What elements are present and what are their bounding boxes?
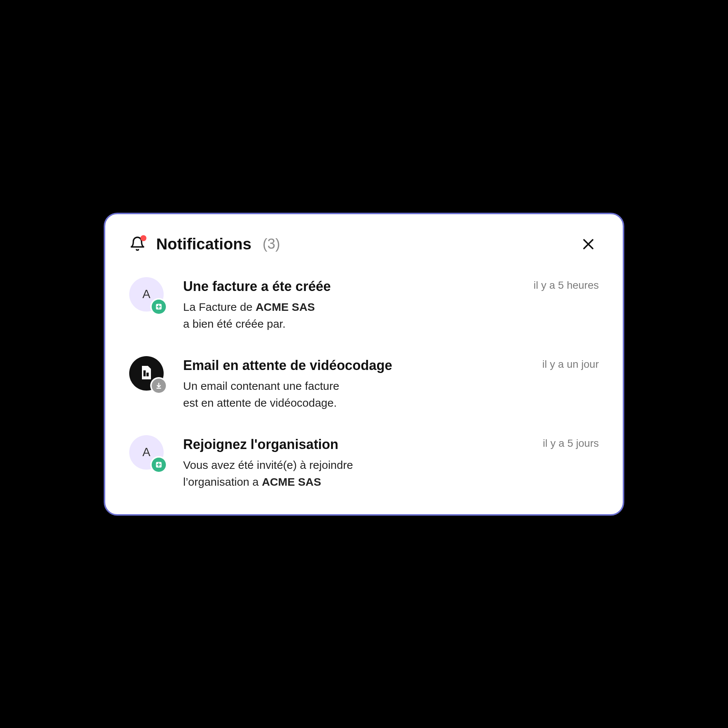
notification-body: Vous avez été invité(e) à rejoindre l’or… <box>183 456 534 490</box>
notification-body-text: l’organisation a <box>183 476 262 488</box>
badge-download-icon <box>151 379 166 393</box>
avatar: A <box>129 277 164 312</box>
avatar: A <box>129 435 164 470</box>
notification-body-bold: ACME SAS <box>262 476 321 488</box>
notification-content: Une facture a éte créée La Facture de AC… <box>183 277 525 332</box>
notification-body-text: Vous avez été invité(e) à rejoindre <box>183 459 353 471</box>
avatar-letter: A <box>142 287 150 301</box>
badge-plus-icon <box>151 300 166 314</box>
panel-count: (3) <box>263 236 280 252</box>
notification-content: Email en attente de vidéocodage Un email… <box>183 356 533 411</box>
panel-title: Notifications <box>156 235 251 253</box>
notification-dot-icon <box>141 235 147 241</box>
svg-rect-4 <box>147 373 149 376</box>
notification-body: La Facture de ACME SAS a bien été créée … <box>183 298 525 332</box>
svg-rect-3 <box>144 370 146 376</box>
badge-plus-icon <box>151 457 166 472</box>
notification-time: il y a un jour <box>542 356 599 370</box>
notification-time: il y a 5 jours <box>543 435 599 450</box>
notification-content: Rejoignez l'organisation Vous avez été i… <box>183 435 534 490</box>
notification-title: Email en attente de vidéocodage <box>183 357 533 374</box>
avatar <box>129 356 164 391</box>
notification-body-bold: ACME SAS <box>255 301 315 313</box>
notification-time: il y a 5 heures <box>534 277 599 291</box>
notification-body-text: a bien été créée par. <box>183 318 286 330</box>
bell-icon <box>129 236 146 252</box>
notification-item[interactable]: A Rejoignez l'organisation Vous avez été… <box>129 435 599 490</box>
avatar-letter: A <box>142 445 150 459</box>
document-icon <box>138 364 155 383</box>
notification-item[interactable]: A Une facture a éte créée La Facture de … <box>129 277 599 332</box>
notification-body: Un email contenant une facture est en at… <box>183 378 533 411</box>
notification-body-text: La Facture de <box>183 301 255 313</box>
close-icon <box>581 237 599 252</box>
notifications-panel: Notifications (3) A <box>104 213 624 515</box>
panel-header: Notifications (3) <box>129 235 599 253</box>
close-button[interactable] <box>581 235 599 253</box>
notification-title: Rejoignez l'organisation <box>183 436 534 453</box>
notification-body-text: Un email contenant une facture <box>183 380 339 392</box>
notification-title: Une facture a éte créée <box>183 278 525 295</box>
notification-list: A Une facture a éte créée La Facture de … <box>129 277 599 490</box>
notification-item[interactable]: Email en attente de vidéocodage Un email… <box>129 356 599 411</box>
notification-body-text: est en attente de vidéocodage. <box>183 396 336 409</box>
